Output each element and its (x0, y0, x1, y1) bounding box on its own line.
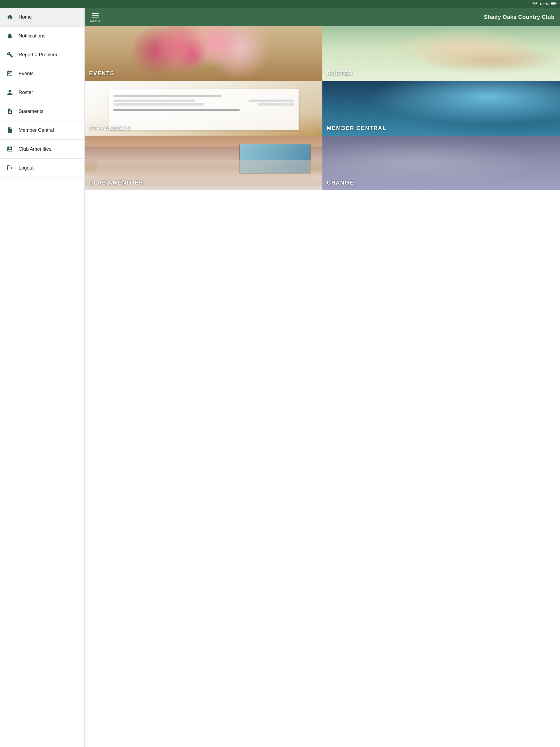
sidebar-label-roster: Roster (19, 90, 33, 96)
sidebar-label-member-central: Member Central (19, 127, 54, 133)
tile-events-label: EVENTS (89, 70, 114, 77)
sidebar-label-logout: Logout (19, 165, 34, 171)
svg-rect-3 (551, 2, 556, 4)
tiles-grid: EVENTS ROSTER (85, 26, 560, 747)
sidebar-item-statements[interactable]: Statements (0, 102, 84, 121)
sidebar-label-events: Events (19, 71, 34, 77)
tile-statements[interactable]: STATEMENTS (85, 81, 322, 136)
tile-change-label: CHANGE (327, 180, 354, 186)
status-bar: 100% (0, 0, 560, 8)
tile-amenities-label: CLUB AMENITIES (89, 180, 143, 186)
app-container: Home Notifications Report a Pr (0, 8, 560, 747)
sidebar-label-club-amenities: Club Amenities (19, 146, 51, 152)
club-amenities-icon (6, 145, 14, 153)
wrench-icon (6, 51, 14, 58)
bell-icon (6, 32, 14, 40)
club-name: Shady Oaks Country Club (104, 14, 555, 20)
sidebar-item-logout[interactable]: Logout (0, 159, 84, 177)
tile-events[interactable]: EVENTS (85, 26, 322, 81)
sidebar-spacer (0, 177, 84, 747)
battery-icon (551, 2, 557, 6)
person-icon (6, 88, 14, 96)
member-central-icon (6, 126, 14, 134)
top-header: MENU Shady Oaks Country Club (85, 8, 560, 26)
sidebar-item-club-amenities[interactable]: Club Amenities (0, 140, 84, 159)
sidebar-item-member-central[interactable]: Member Central (0, 121, 84, 140)
main-panel: MENU Shady Oaks Country Club EVENTS ROST… (85, 8, 560, 747)
tile-change[interactable]: CHANGE (322, 136, 560, 190)
menu-label: MENU (90, 19, 100, 22)
tile-member-central[interactable]: MEMBER CENTRAL (322, 81, 560, 136)
svg-rect-2 (556, 3, 557, 4)
menu-button[interactable]: MENU (90, 12, 100, 22)
wifi-icon (532, 2, 537, 6)
hamburger-icon (91, 12, 100, 19)
battery-text: 100% (539, 2, 549, 6)
sidebar-item-events[interactable]: Events (0, 64, 84, 83)
sidebar: Home Notifications Report a Pr (0, 8, 85, 747)
sidebar-label-home: Home (19, 14, 32, 20)
tile-statements-label: STATEMENTS (89, 125, 131, 131)
sidebar-item-home[interactable]: Home (0, 8, 84, 27)
home-icon (6, 13, 14, 21)
document-lines-icon (6, 107, 14, 115)
tile-roster[interactable]: ROSTER (322, 26, 560, 81)
sidebar-label-statements: Statements (19, 108, 44, 114)
tile-roster-label: ROSTER (327, 70, 353, 77)
sidebar-item-roster[interactable]: Roster (0, 83, 84, 102)
sidebar-item-report-problem[interactable]: Report a Problem (0, 45, 84, 64)
tile-member-label: MEMBER CENTRAL (327, 125, 386, 131)
calendar-icon (6, 70, 14, 77)
sidebar-label-notifications: Notifications (19, 33, 45, 39)
logout-icon (6, 164, 14, 172)
svg-point-0 (534, 5, 535, 5)
sidebar-label-report-problem: Report a Problem (19, 52, 57, 58)
tile-club-amenities[interactable]: CLUB AMENITIES (85, 136, 322, 190)
sidebar-nav: Home Notifications Report a Pr (0, 8, 84, 177)
sidebar-item-notifications[interactable]: Notifications (0, 27, 84, 45)
